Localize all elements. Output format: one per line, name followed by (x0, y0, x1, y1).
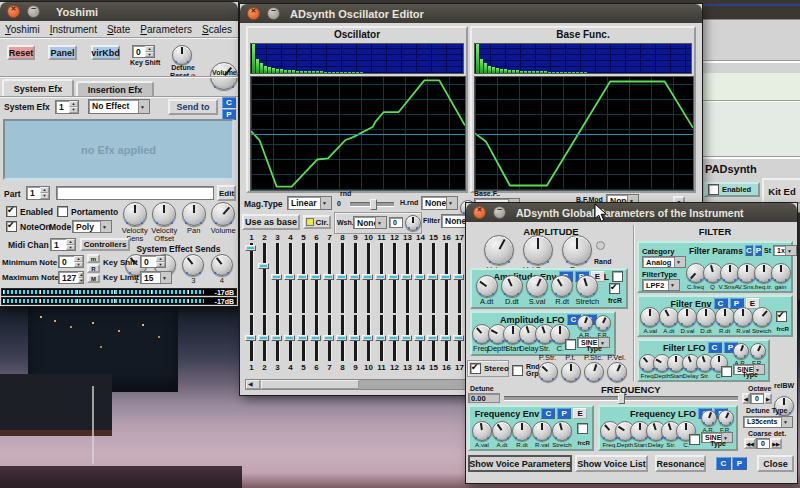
menu-item-state[interactable]: State (102, 23, 135, 36)
harmonic-mag-handle-10[interactable] (362, 274, 373, 280)
m-button[interactable]: m (87, 254, 100, 263)
min-note-down-icon[interactable] (74, 262, 83, 268)
harmonic-mag-handle-8[interactable] (336, 274, 347, 280)
freq-env-paste-button[interactable]: P (557, 408, 571, 419)
f-r-knob[interactable] (718, 410, 734, 426)
global-close-icon[interactable] (473, 206, 486, 219)
harmonic-mag-handle-6[interactable] (310, 274, 321, 280)
octave-right-icon[interactable]: ▶ (764, 393, 772, 404)
menu-item-scales[interactable]: Scales (197, 23, 237, 36)
wsh-arrow-icon[interactable] (375, 217, 386, 228)
scrollbar-thumb[interactable] (261, 380, 359, 389)
harmonic-phase-handle-11[interactable] (375, 335, 386, 341)
noteon-checkbox[interactable]: NoteOn (6, 221, 51, 232)
global-minimize-icon[interactable] (493, 206, 506, 219)
harmonic-mag-slider-3[interactable] (276, 243, 280, 313)
close-icon[interactable] (7, 5, 20, 18)
filter-params-copy-button[interactable]: C (745, 245, 753, 256)
a-dt-knob[interactable] (659, 307, 679, 327)
harmonic-mag-slider-12[interactable] (393, 243, 397, 313)
a-val-knob[interactable] (640, 307, 660, 327)
a-r-knob[interactable] (733, 343, 749, 359)
amp-lfo-box[interactable] (565, 339, 576, 350)
clr-button[interactable]: Clr. (303, 215, 331, 229)
amp-env-frcr-box[interactable] (609, 283, 620, 294)
global-paste-button[interactable]: P (732, 457, 747, 470)
rnd-slider-handle[interactable] (370, 199, 377, 210)
harmonic-phase-handle-9[interactable] (349, 335, 360, 341)
tab-system-efx[interactable]: System Efx (2, 79, 74, 96)
a-dt-knob[interactable] (492, 421, 512, 441)
harmonic-mag-slider-9[interactable] (354, 243, 358, 313)
virkbd-button[interactable]: virKbd (91, 45, 120, 60)
harmonic-phase-slider-8[interactable] (341, 315, 345, 361)
a-dt-knob[interactable] (476, 275, 498, 297)
harmonic-phase-handle-6[interactable] (310, 335, 321, 341)
close-button[interactable]: Close (757, 455, 794, 472)
coarse-det-spinner[interactable]: ◀◀ 0 ▶▶ (744, 438, 782, 449)
midi-chan-down-icon[interactable] (66, 245, 75, 251)
enabled-box[interactable] (6, 206, 17, 217)
harmonic-phase-handle-16[interactable] (440, 335, 451, 341)
rnd-slider[interactable] (350, 202, 394, 207)
stretch-knob[interactable] (576, 275, 598, 297)
stretch-knob[interactable] (552, 421, 572, 441)
mode-dropdown[interactable]: Poly (72, 220, 112, 233)
harmonic-mag-slider-6[interactable] (315, 243, 319, 313)
key-shift-spinner[interactable]: 0 (132, 45, 155, 58)
send-to-button[interactable]: Send to (168, 99, 218, 115)
harmonic-phase-handle-1[interactable] (245, 335, 256, 341)
harmonic-phase-handle-10[interactable] (362, 335, 373, 341)
harmonic-mag-slider-7[interactable] (328, 243, 332, 313)
harmonic-mag-slider-4[interactable] (289, 243, 293, 313)
harmonic-phase-slider-17[interactable] (458, 315, 462, 361)
harmonic-phase-handle-7[interactable] (323, 335, 334, 341)
enabled-checkbox[interactable]: Enabled (6, 206, 53, 217)
detune-type-dropdown[interactable]: L35cents (743, 416, 793, 428)
vel-sens-knob[interactable] (523, 235, 553, 265)
global-titlebar[interactable]: ADsynth Global Parameters of the Instrum… (466, 203, 797, 222)
harmonic-mag-slider-15[interactable] (432, 243, 436, 313)
portamento-checkbox[interactable]: Portamento (57, 206, 118, 217)
mag-type-dropdown[interactable]: Linear (287, 196, 332, 210)
minimize-icon[interactable] (27, 5, 40, 18)
harmonic-phase-handle-12[interactable] (388, 335, 399, 341)
use-as-base-button[interactable]: Use as base (242, 214, 300, 230)
harmonic-mag-handle-17[interactable] (453, 274, 464, 280)
show-voice-list-button[interactable]: Show Voice List (575, 455, 648, 472)
harmonic-phase-slider-15[interactable] (432, 315, 436, 361)
pan-knob[interactable] (182, 202, 206, 226)
harmonic-mag-handle-15[interactable] (427, 274, 438, 280)
detune-slider-handle[interactable] (618, 393, 625, 404)
a-r-knob[interactable] (577, 315, 593, 331)
padsynth-enabled-checkbox[interactable]: Enabled (704, 182, 760, 197)
part-edit-button[interactable]: Edit (217, 185, 236, 201)
st-dropdown[interactable]: 1x (773, 245, 797, 256)
filter-lfo-checkbox[interactable] (721, 366, 732, 377)
harmonic-phase-slider-2[interactable] (263, 315, 267, 361)
menu-item-yoshimi[interactable]: Yoshimi (0, 23, 45, 36)
part-down-icon[interactable] (40, 193, 49, 199)
category-arrow-icon[interactable] (674, 257, 685, 267)
harmonic-phase-handle-2[interactable] (258, 335, 269, 341)
wsh-dropdown[interactable]: None (353, 216, 387, 229)
midi-chan-spinner[interactable]: 1 (50, 238, 76, 251)
harmonic-mag-handle-14[interactable] (414, 274, 425, 280)
harmonic-mag-slider-14[interactable] (419, 243, 423, 313)
harmonic-mag-handle-1[interactable] (245, 245, 256, 251)
a-val-knob[interactable] (472, 421, 492, 441)
harmonic-phase-handle-15[interactable] (427, 335, 438, 341)
harmonic-mag-slider-17[interactable] (458, 243, 462, 313)
part-name-field[interactable] (56, 186, 214, 200)
harmonic-phase-handle-8[interactable] (336, 335, 347, 341)
harmonic-phase-slider-9[interactable] (354, 315, 358, 361)
harmonic-mag-slider-11[interactable] (380, 243, 384, 313)
harmonic-mag-handle-2[interactable] (258, 263, 269, 269)
freq-env-edit-button[interactable]: E (573, 408, 587, 419)
tab-insertion-efx[interactable]: Insertion Efx (76, 81, 154, 96)
3-knob[interactable] (182, 254, 204, 276)
r-val-knob[interactable] (532, 421, 552, 441)
amp-env-l-box[interactable] (612, 271, 623, 282)
harmonic-mag-slider-10[interactable] (367, 243, 371, 313)
harmonic-phase-slider-7[interactable] (328, 315, 332, 361)
